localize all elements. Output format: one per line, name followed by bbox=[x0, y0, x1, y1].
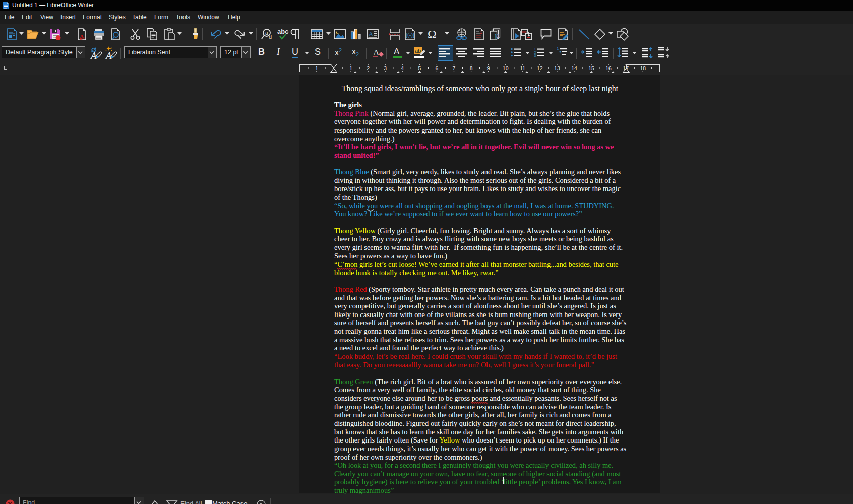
svg-text:1: 1 bbox=[349, 65, 352, 71]
svg-text:1: 1 bbox=[315, 65, 318, 71]
svg-text:14: 14 bbox=[571, 65, 577, 71]
svg-text:a: a bbox=[260, 501, 263, 504]
svg-text:[(i: [(i bbox=[495, 33, 499, 39]
svg-text:[(-)]: [(-)] bbox=[406, 32, 414, 38]
svg-text:abc: abc bbox=[277, 28, 288, 35]
svg-text:11: 11 bbox=[520, 65, 525, 71]
svg-text:A: A bbox=[373, 48, 380, 57]
svg-text:A: A bbox=[369, 30, 374, 38]
svg-text:16: 16 bbox=[605, 65, 612, 71]
svg-text:7: 7 bbox=[453, 65, 456, 71]
svg-text:10: 10 bbox=[503, 65, 509, 71]
svg-text:6: 6 bbox=[435, 65, 438, 71]
svg-text:2: 2 bbox=[367, 65, 370, 71]
svg-text:8: 8 bbox=[470, 65, 473, 71]
svg-text:ab: ab bbox=[415, 48, 421, 54]
svg-text:1: 1 bbox=[480, 29, 482, 35]
svg-text:4: 4 bbox=[401, 65, 404, 71]
svg-text:18: 18 bbox=[640, 65, 646, 71]
svg-text:a: a bbox=[265, 30, 268, 36]
svg-text:3: 3 bbox=[384, 65, 387, 71]
svg-text:15: 15 bbox=[588, 65, 594, 71]
svg-text:9: 9 bbox=[487, 65, 490, 71]
svg-text:5: 5 bbox=[418, 65, 421, 71]
svg-text:13: 13 bbox=[554, 65, 560, 71]
svg-text:12: 12 bbox=[537, 65, 543, 71]
svg-text:A: A bbox=[105, 50, 112, 59]
svg-text:A: A bbox=[394, 47, 400, 56]
svg-text:Ω: Ω bbox=[428, 28, 437, 41]
svg-text:d: d bbox=[269, 34, 272, 40]
svg-text:3: 3 bbox=[534, 53, 536, 58]
svg-text:1: 1 bbox=[557, 46, 559, 51]
